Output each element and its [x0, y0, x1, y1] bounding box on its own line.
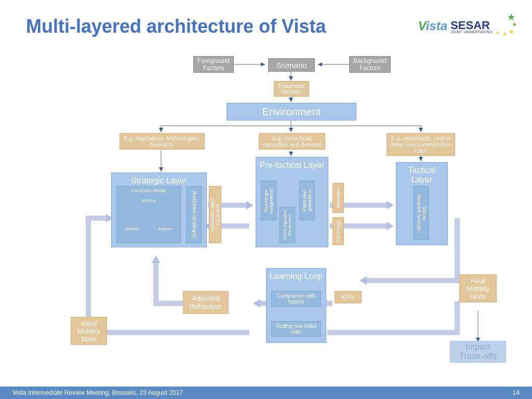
svg-marker-15: [253, 299, 260, 308]
vista-logo: Vista: [418, 19, 447, 33]
box-airlines: Airlines: [121, 224, 143, 233]
box-kpis: KPIs: [335, 291, 362, 303]
sesar-logo: SESAR JOINT UNDERTAKING: [450, 19, 493, 34]
footer-text: Vista Intermediate Review Meeting, Bruss…: [12, 389, 183, 396]
tactical-label: Tactical Layer: [398, 166, 445, 184]
box-eg-reg: E.g. regulations, technologies, forecast…: [119, 133, 205, 150]
vista-v: V: [418, 19, 426, 33]
box-schedules-cap: Schedules Initial Capacities: [209, 186, 221, 243]
vista-ista: ista: [426, 19, 447, 33]
box-comparison: Comparison with targets: [271, 291, 321, 307]
box-flight-plan: Flight plan generation: [299, 181, 315, 220]
learning-label: Learning Loop: [270, 272, 323, 281]
svg-marker-12: [387, 201, 394, 209]
box-mercury: Mercury (mobility model): [414, 186, 429, 240]
box-eg-unc: E.g. uncertainty, cost of delay, reaccom…: [387, 133, 455, 156]
svg-marker-0: [261, 62, 265, 66]
box-atfm-gen: ATFM regulation Generation: [280, 207, 295, 243]
stars-icon: ★ ★ ★ ★ ★: [496, 16, 516, 36]
box-adjusted: Adjusted Behaviour: [183, 291, 229, 314]
svg-marker-3: [289, 98, 293, 102]
svg-marker-2: [289, 76, 293, 81]
box-initial-mobility: Initial Mobility State: [71, 317, 107, 345]
svg-marker-14: [360, 276, 367, 285]
box-foreground: Foreground Factors: [193, 56, 234, 73]
svg-marker-7: [159, 167, 163, 171]
box-impact: Impact Trade-offs: [450, 341, 506, 363]
svg-marker-13: [387, 222, 394, 230]
box-pax: Passenger assignement: [261, 181, 276, 220]
box-eg-cap: E.g. (near-final) capacities and demand: [259, 133, 325, 150]
box-exogenous: Exogenous Variables: [274, 81, 309, 97]
svg-marker-4: [159, 128, 163, 132]
box-econ-model: Economic Model: [116, 186, 181, 243]
box-scenario: Scenario: [268, 58, 315, 72]
box-setting-new: Setting new initial state: [271, 321, 321, 337]
box-background: Background Factors: [349, 56, 391, 73]
svg-marker-16: [152, 256, 160, 263]
page-number: 14: [513, 389, 520, 396]
box-atfm-regs: ATFM regs: [332, 217, 344, 245]
box-final-mobility: Final Mobility State: [459, 274, 497, 302]
sesar-text: SESAR: [450, 19, 490, 32]
page-title: Multi-layered architecture of Vista: [26, 16, 326, 37]
logo-area: Vista SESAR JOINT UNDERTAKING ★ ★ ★ ★ ★: [418, 16, 516, 36]
box-environment: Environment: [227, 103, 356, 121]
svg-marker-9: [419, 157, 423, 161]
svg-marker-5: [289, 128, 293, 132]
svg-marker-1: [318, 62, 322, 66]
svg-marker-10: [246, 201, 254, 209]
pretactical-label: Pre-tactical Layer: [260, 161, 325, 170]
box-schedule-mapping: Schedule mapping: [186, 186, 202, 243]
svg-marker-6: [419, 128, 423, 132]
econ-label: Economic Model: [131, 188, 166, 193]
box-ansps: ANSPs: [137, 196, 160, 205]
footer: Vista Intermediate Review Meeting, Bruss…: [0, 387, 532, 399]
sesar-sub: JOINT UNDERTAKING: [450, 30, 493, 34]
box-airports: Airports: [154, 224, 177, 233]
svg-marker-8: [289, 152, 293, 156]
strategic-label: Strategic Layer: [131, 176, 187, 185]
box-itineraries: Itineraries: [332, 183, 344, 213]
